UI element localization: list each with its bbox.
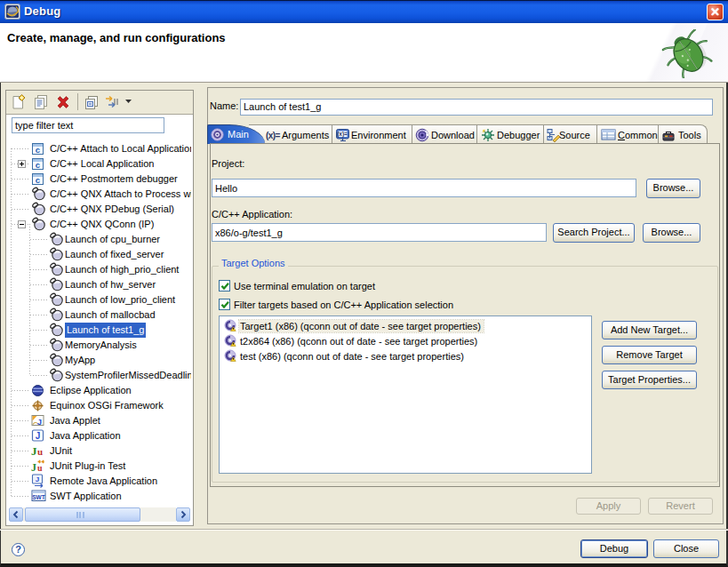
svg-text:J: J [37,417,42,427]
svg-text:(x)=: (x)= [337,131,348,138]
svg-text:c: c [36,160,40,170]
svg-text:J: J [31,461,36,473]
svg-text:SWT: SWT [32,494,44,500]
svg-text:J: J [36,475,39,483]
svg-text:J: J [36,431,41,441]
svg-text:u: u [37,463,43,473]
svg-text:J: J [31,444,37,458]
svg-text:c: c [36,175,40,185]
svg-text:c: c [36,145,40,155]
svg-text:u: u [37,446,43,457]
